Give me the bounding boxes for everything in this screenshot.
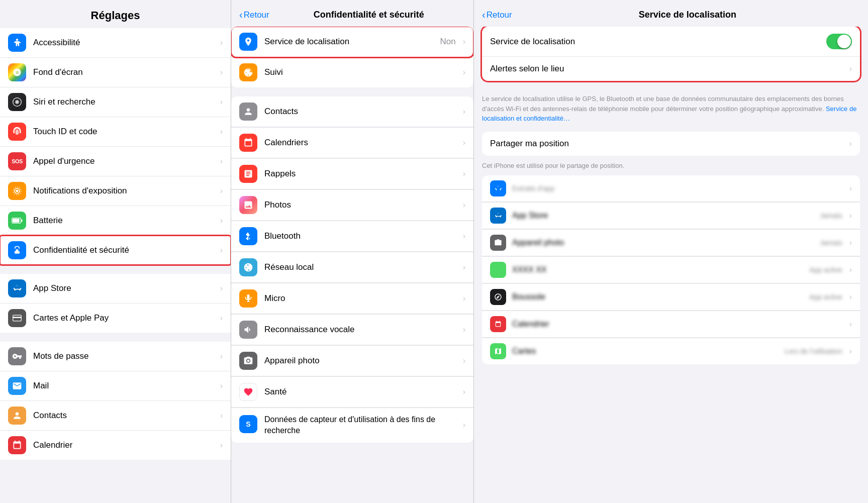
settings-item-accessibilite[interactable]: Accessibilité ›: [0, 28, 231, 58]
right-panel-header: ‹ Retour Service de localisation: [474, 0, 868, 27]
chevron-icon: ›: [463, 169, 465, 178]
settings-item-motsdepasse[interactable]: Mots de passe ›: [0, 342, 231, 371]
left-panel: Réglages Accessibilité › Fond d'écran ›: [0, 0, 231, 503]
settings-item-touchid[interactable]: Touch ID et code ›: [0, 117, 231, 147]
settings-item-fondecran[interactable]: Fond d'écran ›: [0, 58, 231, 87]
middle-item-micro-label: Micro: [264, 293, 459, 304]
calendrier-icon: [8, 436, 26, 454]
app-item-boussole[interactable]: Boussole App active ›: [482, 283, 860, 311]
alertes-item[interactable]: Alertes selon le lieu ›: [482, 56, 860, 81]
chevron-icon: ›: [220, 411, 223, 420]
chevron-icon: ›: [220, 186, 223, 195]
app-item-appstore2[interactable]: App Store Jamais ›: [482, 202, 860, 229]
reseau-icon: [239, 258, 257, 276]
confidentialite-icon: [8, 241, 26, 259]
app-item-extraits[interactable]: Extraits d'app ›: [482, 175, 860, 202]
chevron-icon: ›: [463, 200, 465, 210]
settings-item-confidentialite[interactable]: Confidentialité et sécurité ›: [0, 236, 231, 265]
app-item-appareilphoto[interactable]: Appareil photo Jamais ›: [482, 229, 860, 256]
chevron-icon: ›: [220, 97, 223, 107]
cartes2-app-status: Lors de l'utilisation: [785, 347, 842, 355]
chevron-icon: ›: [849, 139, 852, 148]
middle-item-contacts-label: Contacts: [264, 107, 459, 117]
chevron-icon: ›: [463, 138, 465, 147]
middle-item-appareil[interactable]: Appareil photo ›: [231, 345, 473, 376]
boussole-app-icon: [490, 289, 506, 305]
middle-back-label: Retour: [244, 10, 269, 20]
middle-item-service-loc-value: Non: [440, 37, 455, 47]
middle-item-suivi[interactable]: Suivi ›: [231, 57, 473, 87]
calendriers-icon: [239, 134, 257, 152]
alertes-label: Alertes selon le lieu: [490, 64, 845, 74]
chevron-icon: ›: [849, 238, 852, 247]
chevron-icon: ›: [463, 325, 465, 334]
service-loc-toggle-label: Service de localisation: [490, 37, 826, 47]
partager-item[interactable]: Partager ma position ›: [482, 132, 860, 156]
appareilphoto-app-icon: [490, 235, 506, 251]
middle-item-rappels[interactable]: Rappels ›: [231, 158, 473, 189]
settings-item-calendrier[interactable]: Calendrier ›: [0, 431, 231, 460]
middle-back-button[interactable]: ‹ Retour: [239, 9, 269, 21]
chevron-icon: ›: [220, 127, 223, 136]
app-item-app4[interactable]: XXXX XX App active ›: [482, 256, 860, 283]
middle-bottom-section: Contacts › Calendriers › Rappels ›: [231, 96, 473, 443]
back-chevron-icon: ‹: [239, 9, 243, 21]
middle-item-calendriers[interactable]: Calendriers ›: [231, 127, 473, 158]
middle-item-calendriers-label: Calendriers: [264, 138, 459, 148]
chevron-icon: ›: [220, 381, 223, 390]
settings-group-1: Accessibilité › Fond d'écran › Siri et r…: [0, 28, 231, 265]
chevron-icon: ›: [463, 356, 465, 365]
app4-icon: [490, 262, 506, 278]
settings-item-mail[interactable]: Mail ›: [0, 371, 231, 401]
app-item-cartes2[interactable]: Cartes Lors de l'utilisation ›: [482, 338, 860, 364]
middle-item-photos[interactable]: Photos ›: [231, 189, 473, 221]
donnees-icon: S: [239, 415, 257, 433]
appstore2-app-name: App Store: [512, 211, 820, 220]
siri-icon: [8, 93, 26, 111]
service-loc-toggle-switch[interactable]: [826, 34, 852, 49]
settings-item-cartes[interactable]: Cartes et Apple Pay ›: [0, 304, 231, 333]
middle-item-bluetooth[interactable]: Bluetooth ›: [231, 221, 473, 252]
svg-point-0: [16, 39, 18, 41]
appstore2-app-icon: [490, 208, 506, 224]
settings-item-batterie[interactable]: Batterie ›: [0, 206, 231, 236]
right-panel: ‹ Retour Service de localisation Service…: [474, 0, 868, 503]
fondecran-icon: [8, 63, 26, 81]
settings-list-1: Accessibilité › Fond d'écran › Siri et r…: [0, 28, 231, 265]
svg-point-12: [247, 360, 250, 362]
chevron-icon: ›: [463, 387, 465, 396]
middle-item-donnees[interactable]: S Données de capteur et d'utilisation à …: [231, 408, 473, 443]
middle-item-contacts[interactable]: Contacts ›: [231, 96, 473, 127]
partager-description: Cet iPhone est utilisé pour le partage d…: [474, 160, 868, 175]
middle-item-vocal-label: Reconnaissance vocale: [264, 325, 459, 335]
middle-item-bluetooth-label: Bluetooth: [264, 231, 459, 241]
settings-item-exposition[interactable]: Notifications d'exposition ›: [0, 176, 231, 206]
service-loc-toggle-row[interactable]: Service de localisation: [482, 27, 860, 56]
middle-item-vocal[interactable]: Reconnaissance vocale ›: [231, 314, 473, 345]
app-list-section: Extraits d'app › App Store Jamais › Appa…: [482, 175, 860, 364]
middle-panel-header: ‹ Retour Confidentialité et sécurité: [231, 0, 473, 27]
exposition-icon: [8, 182, 26, 200]
settings-item-siri[interactable]: Siri et recherche ›: [0, 87, 231, 117]
settings-item-siri-label: Siri et recherche: [33, 97, 216, 107]
middle-item-reseau[interactable]: Réseau local ›: [231, 252, 473, 283]
description-block: Le service de localisation utilise le GP…: [474, 90, 868, 132]
middle-item-service-loc[interactable]: Service de localisation Non ›: [231, 27, 473, 57]
settings-item-appstore[interactable]: App Store ›: [0, 274, 231, 304]
settings-item-motsdepasse-label: Mots de passe: [33, 351, 216, 361]
left-panel-title: Réglages: [0, 0, 231, 28]
motsdepasse-icon: [8, 347, 26, 365]
right-back-button[interactable]: ‹ Retour: [482, 9, 512, 21]
middle-item-suivi-label: Suivi: [264, 67, 459, 77]
middle-item-sante[interactable]: Santé ›: [231, 376, 473, 408]
urgence-icon: SOS: [8, 152, 26, 170]
middle-item-micro[interactable]: Micro ›: [231, 283, 473, 314]
middle-panel-title: Confidentialité et sécurité: [272, 10, 465, 20]
contacts-m-icon: [239, 103, 257, 121]
settings-item-contacts2[interactable]: Contacts ›: [0, 401, 231, 431]
app-item-calendrier2[interactable]: Calendrier ›: [482, 311, 860, 338]
settings-group-2: App Store › Cartes et Apple Pay ›: [0, 274, 231, 333]
appareilphoto-app-status: Jamais: [820, 239, 842, 247]
settings-item-urgence[interactable]: SOS Appel d'urgence ›: [0, 147, 231, 176]
chevron-icon: ›: [463, 294, 465, 303]
